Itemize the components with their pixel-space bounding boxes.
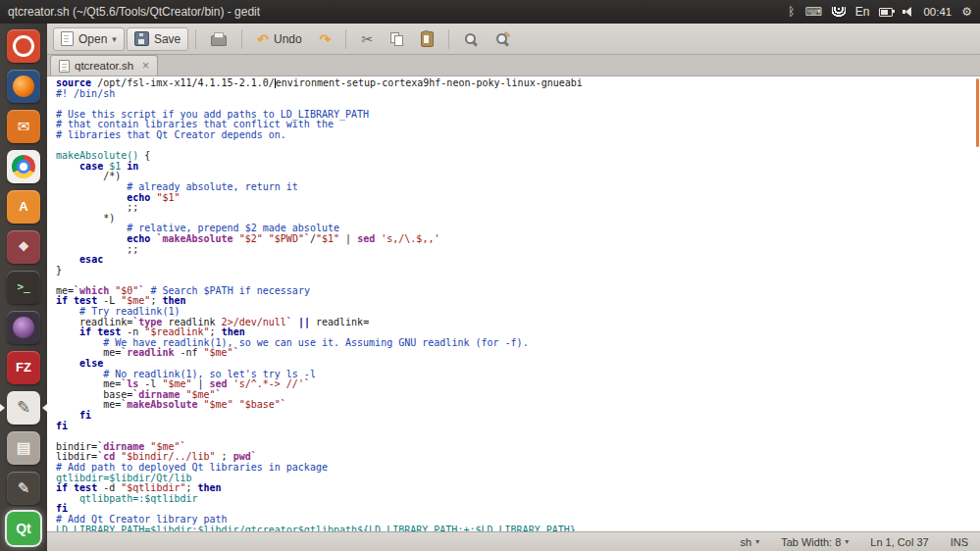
terminal-icon[interactable]: >_	[0, 267, 47, 307]
code-line: if test -L "$me"; then	[56, 296, 980, 307]
software-center-icon-glyph: ❖	[18, 240, 29, 253]
ubuntu-dash-button[interactable]	[0, 25, 47, 66]
tab-width-label: Tab Width: 8	[781, 536, 841, 548]
cursor-position-label: Ln 1, Col 37	[870, 536, 928, 548]
qt-creator-icon-tile: Qt	[7, 512, 40, 545]
gedit-icon[interactable]: ✎	[0, 387, 47, 427]
text-editor-area[interactable]: source /opt/fsl-imx-x11/4.1.15-2.1.0/env…	[47, 76, 980, 531]
thunderbird-icon-glyph: ✉	[18, 119, 30, 133]
filezilla-icon-glyph: FZ	[16, 361, 31, 374]
overlay-scrollbar[interactable]	[976, 78, 979, 147]
clock[interactable]: 00:41	[923, 6, 952, 18]
gedit-window: Open ▾ Save ↶ Undo ↷ ✂	[47, 24, 980, 551]
document-icon	[59, 60, 70, 73]
bluetooth-icon[interactable]: ᛒ	[788, 6, 795, 18]
top-panel: qtcreator.sh (~/Qt5.6/Tools/QtCreator/bi…	[0, 0, 980, 24]
gedit-icon-tile: ✎	[7, 391, 40, 425]
system-settings-icon[interactable]	[0, 307, 47, 347]
amazon-icon-glyph: A	[19, 200, 27, 213]
code-line: fi	[56, 422, 980, 432]
chevron-down-icon: ▾	[112, 34, 117, 44]
paste-button[interactable]	[413, 27, 441, 51]
toolbar-separator	[241, 29, 242, 49]
filezilla-icon-tile: FZ	[7, 351, 40, 384]
code-line: # Add path to deployed Qt libraries in p…	[56, 463, 980, 474]
files-icon-tile: ▤	[7, 431, 40, 465]
filezilla-icon[interactable]: FZ	[0, 347, 47, 387]
open-button[interactable]: Open ▾	[53, 27, 125, 51]
chevron-down-icon: ▾	[755, 537, 759, 546]
code-line: me=`readlink -nf "$me"`	[56, 348, 980, 359]
document-icon	[61, 31, 74, 46]
language-selector[interactable]: sh ▾	[741, 536, 760, 548]
ubuntu-dash-button-tile	[7, 29, 40, 63]
search-replace-icon: ✎	[495, 32, 509, 46]
toolbar: Open ▾ Save ↶ Undo ↷ ✂	[47, 24, 980, 55]
gedit-icon-glyph: ✎	[17, 399, 30, 416]
code-line	[56, 141, 980, 152]
undo-button[interactable]: ↶ Undo	[249, 27, 309, 51]
terminal-icon-tile: >_	[7, 271, 40, 304]
amazon-icon-tile: A	[7, 190, 40, 224]
files-icon[interactable]: ▤	[0, 427, 47, 468]
wifi-icon[interactable]	[832, 7, 846, 17]
pencil-icon: ✎	[504, 30, 512, 40]
save-button[interactable]: Save	[127, 27, 188, 51]
battery-icon[interactable]	[879, 8, 893, 17]
code-line: fi	[56, 411, 980, 422]
insert-mode-indicator: INS	[951, 536, 968, 548]
code-line	[56, 431, 980, 442]
status-bar: sh ▾ Tab Width: 8 ▾ Ln 1, Col 37 INS	[47, 531, 980, 551]
keyboard-icon[interactable]: ⌨	[804, 6, 821, 18]
qt-creator-icon[interactable]: Qt	[0, 508, 47, 548]
code-line: me=`makeAbsolute "$me" "$base"`	[56, 400, 980, 411]
chromium-icon[interactable]	[0, 146, 47, 186]
redo-button[interactable]: ↷	[312, 27, 339, 51]
files-icon-glyph: ▤	[17, 440, 30, 455]
volume-icon[interactable]	[903, 7, 913, 17]
cursor-position[interactable]: Ln 1, Col 37	[870, 536, 928, 548]
code-line: #! /bin/sh	[56, 89, 980, 100]
amazon-icon[interactable]: A	[0, 186, 47, 226]
code-line: qtlibpath=:$qtlibdir	[56, 494, 980, 505]
image-editor-icon-tile: ✎	[7, 472, 40, 505]
language-label: sh	[741, 536, 752, 548]
redo-icon: ↷	[320, 32, 332, 46]
tab-qtcreator-sh[interactable]: qtcreator.sh ×	[50, 55, 158, 75]
code-line: ;;	[56, 203, 980, 214]
tab-width-selector[interactable]: Tab Width: 8 ▾	[781, 536, 849, 548]
undo-icon: ↶	[257, 32, 269, 46]
code-line: # libraries that Qt Creator depends on.	[56, 130, 980, 141]
open-button-label: Open	[78, 32, 107, 46]
code-line: me=`which "$0"` # Search $PATH if necess…	[56, 286, 980, 297]
terminal-icon-glyph: >_	[17, 281, 29, 292]
print-button[interactable]	[203, 27, 234, 51]
tab-close-icon[interactable]: ×	[142, 60, 149, 72]
code-line: ;;	[56, 245, 980, 256]
cut-button[interactable]: ✂	[353, 27, 381, 51]
code-line: makeAbsolute() {	[56, 151, 980, 162]
toolbar-separator	[195, 29, 196, 49]
copy-icon	[390, 32, 403, 46]
image-editor-icon[interactable]: ✎	[0, 468, 47, 508]
thunderbird-icon-tile: ✉	[7, 110, 40, 143]
cut-icon: ✂	[361, 32, 373, 46]
code-line: case $1 in	[56, 162, 980, 173]
session-gear-icon[interactable]: ⚙	[961, 6, 972, 18]
copy-button[interactable]	[383, 27, 411, 51]
tab-bar: qtcreator.sh ×	[47, 55, 980, 76]
insert-mode-label: INS	[951, 536, 968, 548]
search-button[interactable]	[456, 27, 486, 51]
indicator-area: ᛒ ⌨ En 00:41 ⚙	[788, 5, 972, 19]
code-line: }	[56, 266, 980, 276]
code-line: echo "$1"	[56, 193, 980, 204]
thunderbird-icon[interactable]: ✉	[0, 106, 47, 146]
software-center-icon[interactable]: ❖	[0, 226, 47, 267]
search-replace-button[interactable]: ✎	[488, 27, 517, 51]
toolbar-separator	[345, 29, 346, 49]
print-icon	[211, 35, 227, 46]
image-editor-icon-glyph: ✎	[18, 480, 30, 495]
search-icon	[464, 32, 478, 46]
input-indicator[interactable]: En	[855, 5, 870, 19]
firefox-icon[interactable]	[0, 66, 47, 106]
